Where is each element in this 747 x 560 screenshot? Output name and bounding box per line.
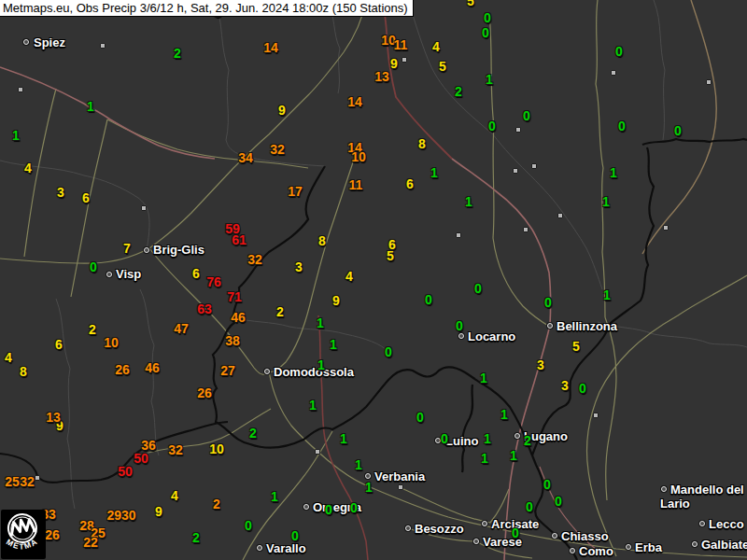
precip-value: 0: [526, 499, 533, 514]
city-label: Domodossola: [274, 365, 354, 379]
precip-value: 5: [439, 59, 446, 74]
city-label: Besozzo: [415, 522, 464, 536]
station-dot: [456, 232, 461, 238]
precip-value: 1: [330, 337, 337, 352]
precip-value: 1: [355, 457, 362, 472]
city-marker: [365, 473, 371, 479]
precip-value: 0: [543, 477, 551, 492]
precip-value: 11: [349, 177, 363, 192]
precip-value: 6: [192, 266, 200, 281]
precip-value: 0: [385, 344, 392, 359]
precip-value: 63: [197, 301, 212, 316]
precip-value: 2: [276, 304, 284, 319]
city-marker: [144, 247, 149, 253]
precip-value: 1: [340, 431, 347, 446]
metmaps-logo-graphic: METMAPS: [1, 510, 46, 559]
precip-value: 46: [145, 360, 160, 375]
precip-value: 1: [317, 315, 324, 330]
city-label: Spiez: [34, 35, 65, 49]
precip-value: 0: [484, 10, 491, 25]
precip-value: 4: [171, 488, 178, 503]
precip-value: 1: [486, 72, 493, 87]
city-marker: [514, 433, 520, 439]
precip-value: 2: [524, 433, 531, 448]
precip-value: 14: [263, 40, 278, 55]
precip-value: 8: [318, 233, 326, 248]
precip-value: 10: [351, 149, 366, 164]
precip-value: 1: [12, 128, 20, 143]
station-dot: [402, 57, 407, 63]
precip-value: 0: [482, 25, 489, 40]
metmaps-weather-map: Metmaps.eu, Obs Precip 3/6/12 h, Sat, 29…: [0, 0, 747, 560]
precip-value: 9: [332, 293, 340, 308]
precip-value: 6: [406, 176, 414, 191]
precip-value: 61: [232, 232, 247, 247]
precip-value: 0: [488, 119, 496, 133]
precip-value: 4: [5, 350, 12, 365]
precip-value: 5: [387, 248, 394, 263]
precip-value: 1: [430, 165, 438, 180]
city-label: Mandello del: [670, 483, 744, 497]
station-dot: [557, 213, 563, 218]
precip-value: 32: [20, 474, 35, 489]
precip-value: 2: [249, 426, 257, 441]
precip-value: 1: [484, 431, 491, 446]
precip-value: 26: [197, 385, 212, 400]
precip-value: 0: [291, 528, 299, 543]
city-marker: [692, 541, 698, 547]
city-marker: [303, 504, 309, 510]
precip-value: 22: [83, 535, 98, 550]
precip-value: 0: [615, 44, 623, 59]
precip-value: 1: [271, 489, 278, 504]
precip-value: 9: [155, 504, 162, 519]
city-marker: [626, 544, 631, 550]
map-lines-layer: [0, 0, 747, 560]
precip-value: 17: [288, 184, 303, 199]
precip-value: 0: [512, 525, 519, 540]
precip-value: 27: [220, 363, 235, 378]
precip-value: 0: [441, 431, 448, 446]
city-label: Brig-Glis: [153, 243, 204, 257]
station-dot: [100, 43, 106, 49]
city-marker: [699, 521, 705, 526]
station-dot: [18, 87, 23, 92]
city-marker: [23, 39, 29, 45]
city-label: Chiasso: [561, 529, 609, 543]
city-label: Luino: [445, 434, 478, 448]
station-dot: [515, 127, 521, 133]
station-dot: [706, 79, 712, 85]
precip-value: 32: [247, 252, 262, 267]
precip-value: 7: [123, 241, 131, 256]
city-label: Erba: [635, 540, 662, 554]
precip-value: 3: [537, 357, 544, 372]
city-marker: [661, 486, 667, 492]
precip-value: 6: [82, 190, 90, 205]
precip-value: 71: [227, 289, 242, 304]
precip-value: 3: [561, 378, 569, 393]
precip-value: 0: [474, 281, 482, 296]
city-label: Como: [579, 544, 613, 558]
precip-value: 9: [390, 56, 398, 71]
precip-value: 50: [118, 464, 133, 479]
precip-value: 0: [544, 295, 552, 310]
precip-value: 1: [480, 371, 487, 385]
precip-value: 2930: [106, 508, 135, 523]
station-dot: [663, 225, 669, 231]
city-marker: [264, 369, 270, 374]
precip-value: 0: [350, 500, 358, 515]
precip-value: 1: [500, 407, 508, 422]
precip-value: 9: [278, 103, 286, 118]
precip-value: 2: [174, 46, 181, 61]
precip-value: 1: [510, 448, 517, 463]
city-marker: [482, 521, 487, 526]
precip-value: 0: [523, 108, 530, 123]
precip-value: 13: [374, 69, 389, 84]
precip-value: 5: [467, 0, 474, 8]
precip-value: 2: [455, 84, 462, 99]
city-marker: [552, 533, 557, 539]
city-marker: [435, 438, 441, 443]
precip-value: 1: [481, 451, 488, 466]
precip-value: 0: [674, 123, 682, 138]
precip-value: 11: [394, 37, 408, 52]
precip-value: 26: [45, 527, 60, 542]
